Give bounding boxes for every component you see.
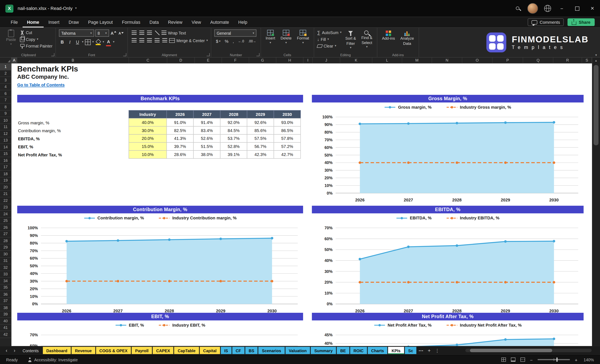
kpi-cell[interactable]: 93.0% [273, 118, 301, 127]
accounting-format-button[interactable]: $ [214, 38, 222, 44]
menu-tab-draw[interactable]: Draw [64, 17, 84, 27]
row-header-28[interactable]: 28 [0, 237, 12, 244]
comma-style-button[interactable]: , [231, 38, 235, 44]
decrease-decimal-button[interactable] [247, 38, 257, 44]
kpi-cell[interactable]: 92.0% [220, 118, 247, 127]
top-align-button[interactable] [131, 29, 137, 36]
zoom-slider-thumb[interactable] [556, 357, 558, 362]
row-header-40[interactable]: 40 [0, 318, 12, 324]
row-header-41[interactable]: 41 [0, 324, 12, 331]
zoom-level[interactable]: 140% [582, 357, 594, 362]
number-format-select[interactable]: General [214, 29, 257, 37]
kpi-col-header-2026[interactable]: 2026 [167, 110, 194, 118]
share-button[interactable]: Share [568, 18, 595, 26]
sheet-tab-is[interactable]: IS [221, 347, 232, 354]
row-header-6[interactable]: 6 [0, 90, 12, 97]
normal-view-icon[interactable] [501, 358, 506, 362]
paste-button[interactable]: Paste [5, 29, 17, 46]
menu-tab-home[interactable]: Home [22, 17, 44, 27]
sheet-area[interactable]: Benchmark KPIs ABC Company Inc. Go to Ta… [12, 64, 592, 346]
kpi-cell[interactable]: 41.3% [167, 134, 194, 143]
kpi-cell[interactable]: 82.5% [167, 126, 194, 135]
increase-indent-button[interactable] [161, 37, 168, 44]
chevron-down-icon[interactable] [75, 7, 76, 10]
row-header-14[interactable]: 14 [0, 144, 12, 150]
cut-button[interactable]: Cut [20, 29, 52, 36]
restore-button[interactable] [569, 0, 585, 17]
clear-button[interactable]: Clear [317, 43, 342, 49]
row-header-13[interactable]: 13 [0, 137, 12, 144]
grow-font-button[interactable] [110, 30, 117, 36]
sheet-tab-valuation[interactable]: Valuation [285, 347, 310, 354]
row-header-39[interactable]: 39 [0, 311, 12, 318]
decrease-indent-button[interactable] [154, 37, 160, 44]
kpi-col-header-2027[interactable]: 2027 [193, 110, 220, 118]
accessibility-status[interactable]: Accessibility: Investigate [34, 357, 78, 362]
analyze-data-button[interactable]: AnalyzeData [399, 29, 416, 46]
kpi-cell[interactable]: 57.5% [247, 134, 274, 143]
column-header-G[interactable]: G [249, 57, 276, 64]
tab-scroll-right-button[interactable] [11, 347, 18, 354]
dialog-launcher-icon[interactable] [123, 53, 126, 56]
sheet-tab-be[interactable]: BE [337, 347, 349, 354]
sheet-tab-capex[interactable]: CAPEX [153, 347, 173, 354]
autosum-button[interactable]: AutoSum [317, 29, 342, 36]
row-header-23[interactable]: 23 [0, 204, 12, 210]
tab-scroll-left-button[interactable] [3, 347, 10, 354]
row-header-31[interactable]: 31 [0, 258, 12, 264]
sheet-tab-summary[interactable]: Summary [311, 347, 336, 354]
column-header-H[interactable]: H [276, 57, 303, 64]
row-header-19[interactable]: 19 [0, 177, 12, 184]
kpi-cell[interactable]: 86.5% [273, 126, 301, 135]
kpi-cell[interactable]: 56.7% [247, 142, 274, 151]
menu-tab-insert[interactable]: Insert [44, 17, 64, 27]
orientation-button[interactable] [154, 29, 160, 36]
align-right-button[interactable] [146, 37, 153, 44]
row-header-27[interactable]: 27 [0, 231, 12, 237]
sheet-options-button[interactable] [434, 347, 441, 354]
kpi-cell[interactable]: 51.5% [193, 142, 220, 151]
sheet-tab-dashboard[interactable]: Dashboard [43, 347, 71, 354]
row-header-21[interactable]: 21 [0, 191, 12, 197]
kpi-col-header-industry[interactable]: Industry [129, 110, 167, 118]
column-header-A[interactable]: A [12, 57, 17, 64]
insert-cells-button[interactable]: Insert [264, 29, 277, 44]
zoom-slider[interactable] [538, 359, 570, 360]
middle-align-button[interactable] [139, 29, 145, 36]
kpi-cell[interactable]: 91.4% [193, 118, 220, 127]
comments-button[interactable]: Comments [528, 18, 564, 26]
kpi-table-banner[interactable]: Benchmark KPIs [17, 95, 303, 102]
column-header-S[interactable]: S [582, 57, 592, 64]
column-header-M[interactable]: M [402, 57, 432, 64]
menu-tab-formulas[interactable]: Formulas [117, 17, 145, 27]
addins-button[interactable]: Add-ins [380, 29, 397, 41]
sheet-tab-sc[interactable]: Sc [405, 347, 417, 354]
kpi-cell[interactable]: 28.6% [167, 150, 194, 159]
delete-cells-button[interactable]: Delete [279, 29, 293, 44]
column-header-O[interactable]: O [462, 57, 492, 64]
row-header-1[interactable]: 1 [0, 64, 12, 70]
row-header-15[interactable]: 15 [0, 150, 12, 157]
column-header-P[interactable]: P [492, 57, 523, 64]
more-sheets-button[interactable] [418, 347, 424, 354]
collapse-ribbon-button[interactable] [595, 53, 597, 57]
row-header-10[interactable]: 10 [0, 117, 12, 124]
sheet-tab-revenue[interactable]: Revenue [72, 347, 95, 354]
column-header-C[interactable]: C [129, 57, 167, 64]
zoom-in-button[interactable] [575, 356, 577, 363]
column-header-J[interactable]: J [313, 57, 340, 64]
row-header-36[interactable]: 36 [0, 291, 12, 298]
search-button[interactable] [511, 2, 524, 15]
sheet-tab-cogs-opex[interactable]: COGS & OPEX [96, 347, 131, 354]
kpi-col-header-2030[interactable]: 2030 [273, 110, 301, 118]
borders-button[interactable] [84, 39, 91, 45]
column-header-L[interactable]: L [372, 57, 402, 64]
globe-button[interactable] [541, 2, 554, 15]
column-header-B[interactable]: B [17, 57, 129, 64]
kpi-cell[interactable]: 83.4% [193, 126, 220, 135]
align-center-button[interactable] [139, 37, 145, 44]
zoom-out-button[interactable] [530, 356, 533, 363]
dialog-launcher-icon[interactable] [207, 53, 210, 56]
kpi-col-header-2029[interactable]: 2029 [247, 110, 274, 118]
column-header-N[interactable]: N [432, 57, 462, 64]
